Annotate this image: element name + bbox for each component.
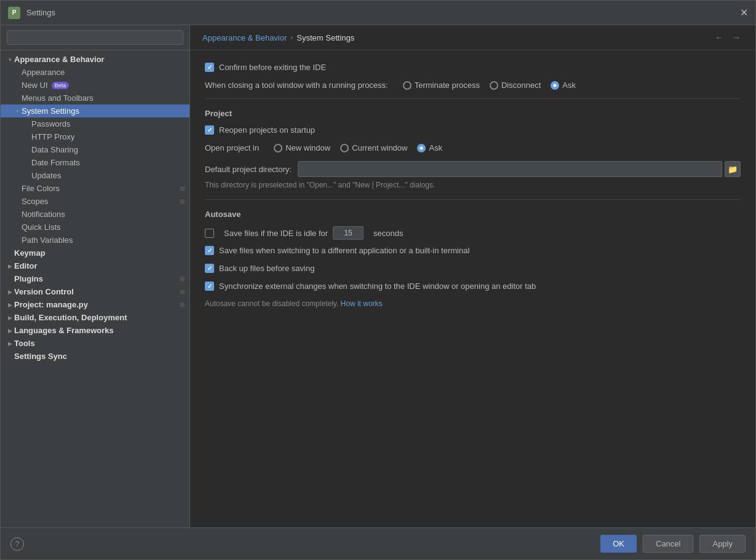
bottom-bar: ? OK Cancel Apply [1, 527, 755, 559]
sidebar-item-label: Scopes [22, 197, 48, 206]
browse-dir-button[interactable]: 📁 [725, 161, 741, 177]
sidebar-item-updates[interactable]: Updates [1, 169, 189, 182]
sidebar-item-plugins[interactable]: Plugins⊞ [1, 272, 189, 285]
footer-note: Autosave cannot be disabled completely. … [205, 299, 741, 308]
sidebar-item-label: Settings Sync [14, 352, 67, 361]
sidebar-item-appearance[interactable]: Appearance [1, 66, 189, 79]
sync-external-checkbox[interactable]: ✓ [205, 282, 214, 291]
default-dir-input[interactable] [298, 161, 722, 177]
close-button[interactable]: ✕ [740, 7, 748, 18]
arrow-icon: ▶ [6, 314, 14, 322]
terminate-option[interactable]: Terminate process [403, 81, 480, 90]
checkmark: ✓ [207, 127, 212, 133]
confirm-exit-checkbox[interactable]: ✓ [205, 63, 214, 72]
app-icon: P [8, 7, 20, 19]
help-button[interactable]: ? [10, 537, 24, 551]
closing-tool-window-row: When closing a tool window with a runnin… [205, 81, 741, 90]
sidebar-item-date-formats[interactable]: Date Formats [1, 156, 189, 169]
default-dir-label: Default project directory: [205, 165, 292, 174]
ask-close-option[interactable]: Ask [551, 81, 576, 90]
sidebar-item-system-settings[interactable]: ▾System Settings [1, 105, 189, 117]
search-input[interactable] [7, 30, 183, 45]
save-switching-checkbox[interactable]: ✓ [205, 246, 214, 255]
terminate-radio[interactable] [403, 81, 412, 90]
sidebar-item-menus-toolbars[interactable]: Menus and Toolbars [1, 92, 189, 105]
sidebar-item-passwords[interactable]: Passwords [1, 117, 189, 130]
current-window-option[interactable]: Current window [340, 143, 407, 152]
sidebar-item-label: Plugins [14, 274, 43, 283]
backup-checkbox[interactable]: ✓ [205, 264, 214, 273]
content-panel: Appearance & Behavior › System Settings … [190, 25, 755, 527]
current-window-radio[interactable] [340, 144, 349, 152]
window-title: Settings [26, 8, 740, 17]
default-dir-row: Default project directory: 📁 [205, 161, 741, 177]
cancel-button[interactable]: Cancel [643, 535, 693, 553]
sidebar-item-languages-frameworks[interactable]: ▶Languages & Frameworks [1, 324, 189, 337]
ask-open-option[interactable]: Ask [417, 143, 442, 152]
apply-button[interactable]: Apply [699, 535, 746, 553]
new-window-radio[interactable] [274, 144, 282, 152]
default-dir-hint: This directory is preselected in "Open..… [205, 181, 741, 189]
sidebar-item-project[interactable]: ▶Project: manage.py⊞ [1, 298, 189, 311]
reopen-projects-row: ✓ Reopen projects on startup [205, 125, 741, 135]
ask-close-radio[interactable] [551, 81, 559, 90]
sidebar-item-label: Version Control [14, 287, 74, 296]
arrow-icon: ▶ [6, 326, 14, 335]
checkmark: ✓ [207, 64, 212, 71]
reopen-projects-label: Reopen projects on startup [219, 125, 315, 135]
reopen-projects-checkbox[interactable]: ✓ [205, 125, 214, 135]
backup-row: ✓ Back up files before saving [205, 264, 741, 273]
save-idle-checkbox[interactable] [205, 229, 214, 238]
open-project-row: Open project in New window Current windo… [205, 143, 741, 152]
ok-button[interactable]: OK [600, 535, 637, 553]
save-idle-row: Save files if the IDE is idle for second… [205, 226, 741, 240]
settings-body: ✓ Confirm before exiting the IDE When cl… [190, 50, 755, 527]
ask-close-label: Ask [562, 81, 576, 90]
sidebar-item-file-colors[interactable]: File Colors⊞ [1, 182, 189, 195]
sidebar-item-version-control[interactable]: ▶Version Control⊞ [1, 285, 189, 298]
back-arrow[interactable]: ← [712, 31, 726, 44]
sidebar-item-keymap[interactable]: Keymap [1, 246, 189, 259]
ask-open-label: Ask [429, 143, 442, 152]
checkmark: ✓ [207, 283, 212, 290]
new-window-option[interactable]: New window [274, 143, 330, 152]
breadcrumb-parent[interactable]: Appearance & Behavior [202, 33, 287, 42]
arrow-icon: ▶ [6, 288, 14, 296]
ext-icon: ⊞ [180, 185, 185, 192]
sidebar-item-build-execution[interactable]: ▶Build, Execution, Deployment [1, 311, 189, 324]
sync-external-row: ✓ Synchronize external changes when swit… [205, 282, 741, 291]
sidebar-item-data-sharing[interactable]: Data Sharing [1, 143, 189, 156]
how-it-works-link[interactable]: How it works [341, 299, 383, 308]
disconnect-radio[interactable] [490, 81, 498, 90]
save-idle-input[interactable] [333, 226, 364, 240]
sidebar-item-http-proxy[interactable]: HTTP Proxy [1, 130, 189, 143]
checkmark: ✓ [207, 265, 212, 272]
sidebar-item-label: Appearance [22, 68, 65, 77]
divider-2 [205, 199, 741, 200]
arrow-icon: ▶ [6, 262, 14, 270]
sidebar-item-label: Date Formats [31, 158, 80, 167]
titlebar: P Settings ✕ [1, 1, 755, 25]
sidebar-item-settings-sync[interactable]: Settings Sync [1, 350, 189, 363]
sidebar-item-new-ui[interactable]: New UIBeta [1, 79, 189, 92]
current-window-label: Current window [352, 143, 407, 152]
checkmark: ✓ [207, 247, 212, 254]
confirm-exit-label: Confirm before exiting the IDE [219, 63, 326, 72]
forward-arrow[interactable]: → [730, 31, 743, 44]
sidebar-item-tools[interactable]: ▶Tools [1, 337, 189, 350]
sidebar-item-label: Project: manage.py [14, 300, 88, 309]
sidebar-item-path-variables[interactable]: Path Variables [1, 234, 189, 246]
sidebar-item-label: HTTP Proxy [31, 132, 75, 141]
sidebar-item-quick-lists[interactable]: Quick Lists [1, 221, 189, 234]
disconnect-option[interactable]: Disconnect [490, 81, 541, 90]
sidebar: 🔍 ▾Appearance & BehaviorAppearanceNew UI… [1, 25, 190, 527]
sidebar-item-appearance-behavior[interactable]: ▾Appearance & Behavior [1, 53, 189, 66]
new-window-label: New window [285, 143, 330, 152]
sidebar-item-editor[interactable]: ▶Editor [1, 259, 189, 272]
sidebar-item-scopes[interactable]: Scopes⊞ [1, 195, 189, 208]
help-area: ? [10, 537, 24, 551]
beta-badge: Beta [52, 82, 70, 89]
sidebar-item-notifications[interactable]: Notifications [1, 208, 189, 221]
ask-open-radio[interactable] [417, 144, 426, 152]
ext-icon: ⊞ [180, 275, 185, 282]
